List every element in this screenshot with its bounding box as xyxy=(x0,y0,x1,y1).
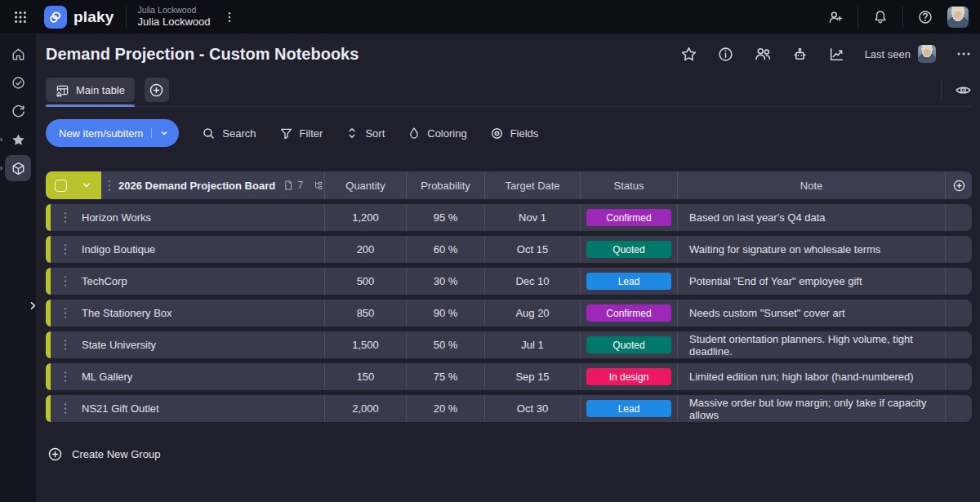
add-column-button[interactable] xyxy=(945,171,972,199)
drag-handle-icon[interactable] xyxy=(64,243,67,255)
item-name-cell[interactable]: ML Gallery xyxy=(51,363,324,390)
activity-chart-icon[interactable] xyxy=(828,46,845,63)
probability-cell[interactable]: 30 % xyxy=(406,268,484,295)
help-icon[interactable] xyxy=(915,7,936,28)
sidebar-item-my-work[interactable] xyxy=(5,69,31,96)
workspace-switcher[interactable]: Julia Lockwood Julia Lockwood xyxy=(138,5,211,29)
sidebar-item-recent[interactable] xyxy=(5,98,31,124)
item-name-cell[interactable]: The Stationery Box xyxy=(51,300,324,327)
target-date-cell[interactable]: Oct 15 xyxy=(484,236,580,263)
apps-grid-icon[interactable] xyxy=(10,7,31,28)
status-badge[interactable]: Quoted xyxy=(586,241,671,258)
group-title[interactable]: 2026 Demand Projection Board xyxy=(118,180,275,192)
sidebar-item-favorites[interactable] xyxy=(5,127,31,153)
board-info-icon[interactable] xyxy=(717,46,734,63)
item-name-cell[interactable]: Indigo Boutique xyxy=(51,236,324,263)
status-badge[interactable]: Confirmed xyxy=(586,209,671,226)
select-all-checkbox[interactable] xyxy=(55,180,67,192)
user-avatar[interactable] xyxy=(947,7,969,28)
item-name-cell[interactable]: TechCorp xyxy=(51,268,324,295)
column-header-status[interactable]: Status xyxy=(580,171,677,199)
sidebar-item-home[interactable] xyxy=(5,41,31,67)
create-new-group-button[interactable]: Create New Group xyxy=(46,446,160,462)
status-badge[interactable]: Confirmed xyxy=(586,304,671,322)
item-name-cell[interactable]: State University xyxy=(51,331,324,358)
drag-handle-icon[interactable] xyxy=(64,339,67,351)
search-button[interactable]: Search xyxy=(202,127,256,140)
probability-cell[interactable]: 20 % xyxy=(406,395,484,422)
row-end-cell xyxy=(945,236,972,263)
item-name-cell[interactable]: NS21 Gift Outlet xyxy=(51,395,324,422)
quantity-cell[interactable]: 150 xyxy=(324,363,406,390)
notifications-bell-icon[interactable] xyxy=(870,7,891,28)
drag-handle-icon[interactable] xyxy=(64,307,67,319)
item-name: Indigo Boutique xyxy=(82,243,155,255)
column-header-quantity[interactable]: Quantity xyxy=(324,171,406,199)
note-cell[interactable]: Student orientation planners. High volum… xyxy=(677,331,945,358)
page-title: Demand Projection - Custom Notebooks xyxy=(46,45,359,64)
drag-handle-icon[interactable] xyxy=(64,402,67,415)
quantity-cell[interactable]: 1,500 xyxy=(324,331,406,358)
column-header-note[interactable]: Note xyxy=(677,171,945,199)
quantity-cell[interactable]: 200 xyxy=(324,236,406,263)
new-item-button[interactable]: New item/subitem xyxy=(46,119,179,147)
quantity-cell[interactable]: 850 xyxy=(324,300,406,327)
tab-main-table[interactable]: Main table xyxy=(46,78,135,102)
sort-icon xyxy=(345,127,359,140)
probability-cell[interactable]: 75 % xyxy=(406,363,484,390)
target-date-cell[interactable]: Aug 20 xyxy=(484,300,580,327)
board-more-icon[interactable] xyxy=(956,46,972,62)
drag-handle-icon[interactable] xyxy=(64,211,67,224)
drag-handle-icon[interactable] xyxy=(64,275,67,287)
invite-member-icon[interactable] xyxy=(825,7,846,28)
doc-count-icon xyxy=(283,180,294,191)
status-badge[interactable]: In design xyxy=(586,368,671,385)
sort-button[interactable]: Sort xyxy=(345,127,385,140)
tab-main-table-label: Main table xyxy=(76,84,125,96)
quantity-cell[interactable]: 1,200 xyxy=(324,204,406,231)
note-cell[interactable]: Limited edition run; high labor (hand-nu… xyxy=(677,363,945,390)
quantity-cell[interactable]: 500 xyxy=(324,268,406,295)
favorite-star-icon[interactable] xyxy=(680,46,697,63)
note-cell[interactable]: Massive order but low margin; only take … xyxy=(677,395,945,422)
topbar-left: plaky Julia Lockwood Julia Lockwood xyxy=(10,5,236,29)
sidebar-expand-icon[interactable] xyxy=(28,300,38,311)
coloring-button[interactable]: Coloring xyxy=(408,127,466,140)
last-seen[interactable]: Last seen xyxy=(865,45,936,63)
probability-cell[interactable]: 90 % xyxy=(406,300,484,327)
target-date-cell[interactable]: Nov 1 xyxy=(484,204,580,231)
group-color-chip[interactable] xyxy=(46,171,101,199)
target-date-cell[interactable]: Jul 1 xyxy=(484,331,580,358)
quantity-cell[interactable]: 2,000 xyxy=(324,395,406,422)
target-date-cell[interactable]: Dec 10 xyxy=(484,268,580,295)
status-badge[interactable]: Lead xyxy=(586,400,671,417)
status-badge[interactable]: Lead xyxy=(586,273,671,290)
filter-button[interactable]: Filter xyxy=(279,127,323,140)
column-header-probability[interactable]: Probability xyxy=(406,171,484,199)
chevron-down-icon[interactable] xyxy=(151,128,169,138)
fields-button[interactable]: Fields xyxy=(490,127,539,140)
note-cell[interactable]: Needs custom "Sunset" cover art xyxy=(677,300,945,327)
plaky-logo-icon[interactable] xyxy=(44,6,67,29)
view-visibility-eye-icon[interactable] xyxy=(955,82,972,99)
row-end-cell xyxy=(945,331,972,358)
drag-handle-icon[interactable] xyxy=(64,371,67,383)
probability-cell[interactable]: 60 % xyxy=(406,236,484,263)
probability-cell[interactable]: 50 % xyxy=(406,331,484,358)
board-members-icon[interactable] xyxy=(754,45,772,63)
column-header-target-date[interactable]: Target Date xyxy=(484,171,580,199)
drag-handle-icon[interactable] xyxy=(108,180,111,192)
target-date-cell[interactable]: Sep 15 xyxy=(484,363,580,390)
workspace-menu-icon[interactable] xyxy=(223,11,236,24)
note-cell[interactable]: Waiting for signature on wholesale terms xyxy=(677,236,945,263)
sidebar-item-boards[interactable] xyxy=(5,155,31,181)
note-cell[interactable]: Based on last year's Q4 data xyxy=(677,204,945,231)
target-date-cell[interactable]: Oct 30 xyxy=(484,395,580,422)
add-view-button[interactable] xyxy=(145,78,169,102)
automation-robot-icon[interactable] xyxy=(791,46,808,63)
item-name-cell[interactable]: Horizon Works xyxy=(51,204,324,231)
status-badge[interactable]: Quoted xyxy=(586,336,671,353)
row-end-cell xyxy=(945,204,972,231)
note-cell[interactable]: Potential "End of Year" employee gift xyxy=(677,268,945,295)
probability-cell[interactable]: 95 % xyxy=(406,204,484,231)
